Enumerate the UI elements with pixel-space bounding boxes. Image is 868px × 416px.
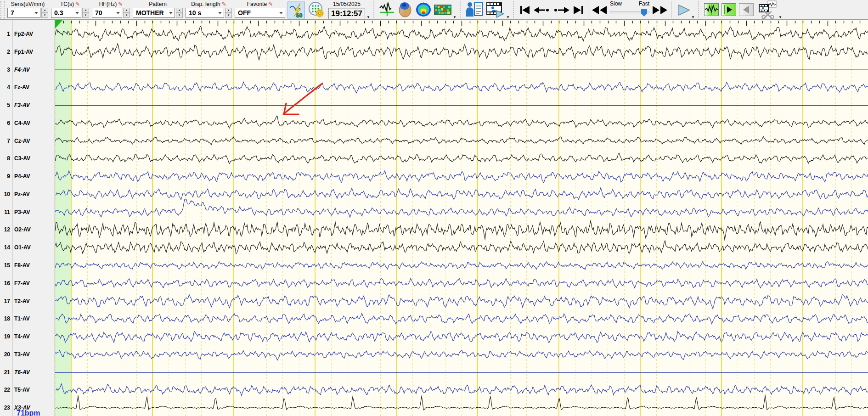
spinner-up-icon[interactable]: ▲ (123, 8, 130, 13)
channel-row-f8-av[interactable]: 15F8-AV (0, 261, 55, 270)
spinner-down-icon[interactable]: ▼ (123, 13, 130, 18)
channel-row-t6-av[interactable]: 21T6-AV (0, 368, 55, 377)
channel-row-t4-av[interactable]: 19T4-AV (0, 332, 55, 341)
channel-row-p4-av[interactable]: 9P4-AV (0, 172, 55, 180)
combo-tc-s-[interactable]: 0.3 (51, 8, 81, 18)
channel-name: Fp1-AV (14, 49, 33, 55)
chevron-down-icon (169, 12, 173, 14)
event-back-icon[interactable] (739, 3, 754, 16)
notch-50-icon[interactable]: 50 (287, 1, 305, 19)
channel-row-pz-av[interactable]: 10Pz-AV (0, 190, 55, 198)
toolbar-separator (460, 1, 462, 18)
toolbar-separator (513, 1, 515, 18)
combo-favorite[interactable]: OFF (235, 8, 285, 18)
rewind-icon[interactable] (591, 1, 608, 19)
spinner-up-icon[interactable]: ▲ (225, 8, 232, 13)
combo-sens-uv-mm-[interactable]: 7 (7, 8, 40, 18)
event-review-icon[interactable] (704, 3, 719, 16)
event-play-icon[interactable] (721, 3, 736, 16)
play-icon[interactable] (677, 1, 690, 19)
channel-name: Fz-AV (14, 84, 29, 90)
edit-pencil-icon[interactable]: ✎ (118, 1, 123, 7)
step-back-icon[interactable] (533, 1, 551, 19)
edit-pencil-icon[interactable]: ✎ (75, 1, 80, 7)
control-label: TC(s) (60, 1, 74, 7)
spinner-down-icon[interactable]: ▼ (82, 13, 89, 18)
time-field[interactable]: 19:12:57 (328, 8, 365, 19)
toolbar-grip[interactable] (0, 1, 5, 19)
channel-row-t2-av[interactable]: 17T2-AV (0, 297, 55, 305)
spinner-up-icon[interactable]: ▲ (41, 8, 48, 13)
topo-map-icon[interactable] (415, 1, 432, 18)
play-dropdown-arrow[interactable]: ▼ (691, 2, 695, 21)
channel-row-f4-av[interactable]: 3F4-AV (0, 66, 55, 74)
skip-start-icon[interactable] (518, 1, 532, 19)
channel-name: Pz-AV (14, 191, 30, 197)
edit-pencil-icon[interactable]: ✎ (268, 1, 273, 7)
channel-name: Fp2-AV (14, 31, 33, 37)
patient-info-icon[interactable] (465, 1, 484, 18)
eeg-trace-area[interactable] (55, 20, 868, 416)
datetime-dropdown-arrow[interactable]: ▼ (366, 2, 371, 21)
step-forward-icon[interactable] (552, 1, 570, 19)
spinner: ▲▼ (123, 8, 130, 18)
channel-row-cz-av[interactable]: 7Cz-AV (0, 137, 55, 145)
chevron-down-icon (34, 12, 38, 14)
spinner-up-icon[interactable]: ▲ (82, 8, 89, 13)
video-clip-icon[interactable] (758, 1, 777, 18)
combo-hf-hz-[interactable]: 70 (92, 8, 122, 18)
clip-dropdown-arrow[interactable]: ▼ (778, 2, 783, 21)
control-label: Disp. length (191, 1, 220, 7)
video-icon[interactable] (485, 1, 505, 18)
channel-number: 2 (0, 49, 10, 55)
channel-name: O1-AV (14, 244, 31, 251)
channel-name: P4-AV (14, 173, 30, 180)
channel-number: 21 (0, 369, 10, 376)
channel-row-t1-av[interactable]: 18T1-AV (0, 315, 55, 323)
channel-row-c4-av[interactable]: 6C4-AV (0, 119, 55, 127)
combo-value: MOTHER (136, 9, 164, 17)
spinner-down-icon[interactable]: ▼ (41, 13, 48, 18)
channel-row-f7-av[interactable]: 16F7-AV (0, 279, 55, 287)
main-toolbar: Sens(uV/mm)7▲▼TC(s)✎0.3▲▼HF(Hz)✎70▲▼Patt… (0, 0, 868, 20)
speed-slider-handle[interactable] (641, 9, 647, 17)
channel-row-p3-av[interactable]: 11P3-AV (0, 208, 55, 216)
combo-pattern[interactable]: MOTHER (133, 8, 175, 18)
control-group-tc-s-: TC(s)✎0.3▲▼ (51, 0, 89, 18)
control-label: Sens(uV/mm) (11, 1, 45, 7)
channel-row-fp2-av[interactable]: 1Fp2-AV (0, 30, 55, 38)
channel-name: F3-AV (14, 102, 30, 108)
channel-row-t3-av[interactable]: 20T3-AV (0, 350, 55, 359)
filter-controls: Sens(uV/mm)7▲▼TC(s)✎0.3▲▼HF(Hz)✎70▲▼Patt… (6, 0, 286, 18)
control-group-disp-length: Disp. length✎10 s▲▼ (186, 0, 232, 18)
channel-name: P3-AV (14, 209, 30, 215)
control-group-sens-uv-mm-: Sens(uV/mm)7▲▼ (7, 0, 48, 18)
skip-end-icon[interactable] (571, 1, 585, 19)
electrode-map-icon[interactable] (307, 1, 325, 18)
channel-row-o1-av[interactable]: 14O1-AV (0, 243, 55, 252)
video-dropdown-arrow[interactable]: ▼ (506, 2, 510, 21)
edit-pencil-icon[interactable]: ✎ (222, 1, 226, 7)
channel-number: 17 (0, 298, 10, 304)
head-3d-map-icon[interactable] (397, 1, 413, 18)
spinner-down-icon[interactable]: ▼ (176, 13, 183, 18)
speed-slider: Slow Fast (610, 0, 649, 17)
channel-row-fp1-av[interactable]: 2Fp1-AV (0, 48, 55, 56)
dsa-trend-icon[interactable] (434, 1, 451, 18)
channel-row-c3-av[interactable]: 8C3-AV (0, 154, 55, 163)
spinner-down-icon[interactable]: ▼ (225, 13, 232, 18)
spinner-up-icon[interactable]: ▲ (176, 8, 183, 13)
channel-row-f3-av[interactable]: 5F3-AV (0, 101, 55, 109)
channel-number: 1 (0, 31, 10, 37)
channel-row-o2-av[interactable]: 12O2-AV (0, 225, 55, 234)
combo-disp-length[interactable]: 10 s (186, 8, 224, 18)
channel-row-t5-av[interactable]: 22T5-AV (0, 386, 55, 394)
control-group-favorite: Favorite✎OFF (235, 0, 285, 18)
channel-row-fz-av[interactable]: 4Fz-AV (0, 83, 55, 91)
combo-value: 7 (11, 9, 14, 17)
eeg-traces-canvas[interactable] (55, 20, 868, 416)
fast-forward-icon[interactable] (652, 1, 668, 19)
spike-detect-icon[interactable] (379, 1, 395, 18)
map-dropdown-arrow[interactable]: ▼ (452, 2, 457, 21)
channel-name: F7-AV (14, 280, 30, 287)
